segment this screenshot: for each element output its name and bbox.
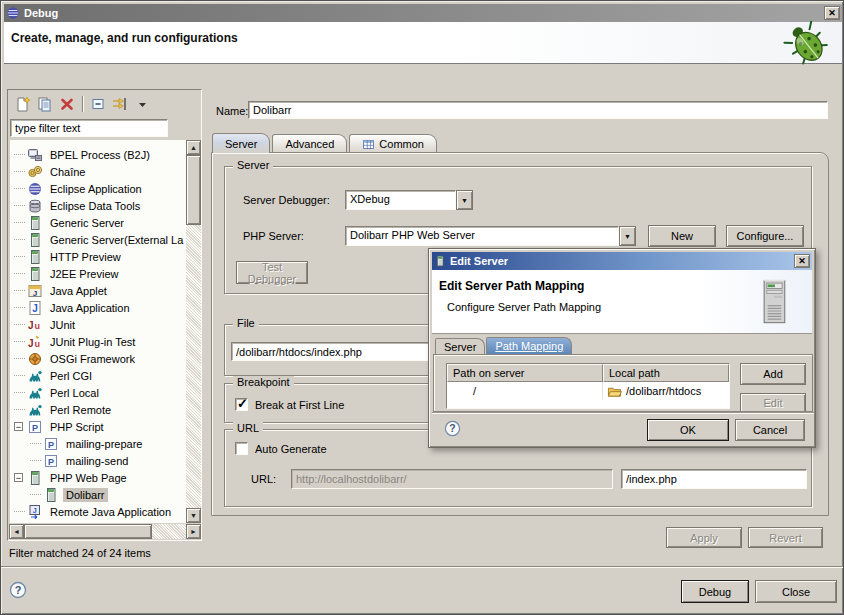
dialog-help-icon[interactable]: ? <box>444 420 462 438</box>
tree-item-junit-plug-in-test[interactable]: JuJUnit Plug-in Test <box>10 333 186 350</box>
tree-vscrollbar[interactable]: ▲ ▼ <box>186 140 201 523</box>
col-path-on-server[interactable]: Path on server <box>447 364 603 382</box>
tree-item-mailing-prepare[interactable]: Pmailing-prepare <box>10 435 186 452</box>
dialog-titlebar[interactable]: Edit Server ✕ <box>432 252 812 270</box>
tree-item-label: Remote Java Application <box>47 505 174 519</box>
dialog-tab-server[interactable]: Server <box>435 338 485 354</box>
break-first-line-checkbox[interactable] <box>235 398 248 411</box>
url-path-input[interactable] <box>621 469 807 489</box>
tree-item-php-web-page[interactable]: −PHP Web Page <box>10 469 186 486</box>
tree-item-java-application[interactable]: JJava Application <box>10 299 186 316</box>
dialog-tab-path-mapping[interactable]: Path Mapping <box>486 337 572 354</box>
path-mapping-row[interactable]: //dolibarr/htdocs <box>447 382 729 400</box>
server-group-label: Server <box>233 159 273 171</box>
scroll-left-icon[interactable]: ◄ <box>9 524 24 539</box>
tab-advanced[interactable]: Advanced <box>272 134 347 153</box>
tree-item-generic-server[interactable]: Generic Server <box>10 214 186 231</box>
revert-button: Revert <box>748 527 823 548</box>
scroll-right-icon[interactable]: ► <box>186 524 201 539</box>
name-input[interactable] <box>248 101 828 119</box>
dropdown-button[interactable] <box>133 95 151 113</box>
server-icon <box>27 470 43 486</box>
tab-label: Server <box>444 341 476 353</box>
close-button[interactable]: Close <box>755 580 837 603</box>
filter-input[interactable] <box>10 119 168 137</box>
collapse-toggle-icon[interactable]: − <box>14 422 23 431</box>
junit-plugin-icon: Ju <box>27 334 43 350</box>
collapse-toggle-icon[interactable]: − <box>14 473 23 482</box>
tree-item-perl-remote[interactable]: Perl Remote <box>10 401 186 418</box>
tree-connector <box>14 302 25 313</box>
tree-item-eclipse-application[interactable]: Eclipse Application <box>10 180 186 197</box>
folder-icon <box>607 385 622 398</box>
new-config-icon <box>15 96 31 112</box>
table-header: Path on server Local path <box>447 364 729 382</box>
svg-text:P: P <box>48 456 54 466</box>
hscroll-thumb[interactable] <box>24 524 152 539</box>
break-first-line-label: Break at First Line <box>255 399 344 411</box>
tree-item-j2ee-preview[interactable]: J2EE Preview <box>10 265 186 282</box>
php-script-icon: P <box>27 419 43 435</box>
tree-item-mailing-send[interactable]: Pmailing-send <box>10 452 186 469</box>
tree-item-label: Java Application <box>47 301 133 315</box>
auto-generate-checkbox[interactable] <box>235 442 248 455</box>
debug-button[interactable]: Debug <box>681 580 749 603</box>
new-config-button[interactable] <box>14 95 32 113</box>
collapse-all-button[interactable] <box>89 95 107 113</box>
breakpoint-group-label: Breakpoint <box>233 376 294 388</box>
window-titlebar[interactable]: Debug ✕ <box>4 4 842 22</box>
page-title: Create, manage, and run configurations <box>11 31 238 45</box>
tree-connector <box>14 268 25 279</box>
tree-item-http-preview[interactable]: HTTP Preview <box>10 248 186 265</box>
delete-button[interactable] <box>58 95 76 113</box>
svg-text:u: u <box>35 321 41 331</box>
vscroll-thumb[interactable] <box>186 155 201 225</box>
server-icon <box>43 487 59 503</box>
ok-button[interactable]: OK <box>647 419 729 441</box>
help-icon[interactable]: ? <box>9 581 27 599</box>
tab-common[interactable]: Common <box>349 134 437 153</box>
tree-item-osgi-framework[interactable]: OSGi Framework <box>10 350 186 367</box>
filter-button[interactable] <box>111 95 129 113</box>
tree-connector <box>30 438 41 449</box>
path-on-server-cell: / <box>447 382 603 400</box>
tree-item-java-applet[interactable]: JJava Applet <box>10 282 186 299</box>
tree-connector <box>14 285 25 296</box>
tree-item-generic-server-external-la[interactable]: Generic Server(External La <box>10 231 186 248</box>
new-server-button[interactable]: New <box>648 225 716 247</box>
svg-text:J: J <box>28 320 34 331</box>
tree-item-junit[interactable]: JuJUnit <box>10 316 186 333</box>
tree-item-perl-cgi[interactable]: Perl CGI <box>10 367 186 384</box>
scroll-down-icon[interactable]: ▼ <box>186 508 201 523</box>
tree-item-bpel-process-b2j[interactable]: BPEL Process (B2J) <box>10 146 186 163</box>
tree-item-label: HTTP Preview <box>47 250 124 264</box>
scroll-up-icon[interactable]: ▲ <box>186 140 201 155</box>
dialog-footer: ? OK Cancel <box>432 412 814 445</box>
server-debugger-select[interactable]: XDebug ▼ <box>345 190 473 210</box>
tree-hscrollbar[interactable]: ◄ ► <box>9 524 201 539</box>
add-mapping-button[interactable]: Add <box>740 363 806 385</box>
tree-item-perl-local[interactable]: Perl Local <box>10 384 186 401</box>
tree-item-cha-ne[interactable]: Chaîne <box>10 163 186 180</box>
dialog-tabs: ServerPath Mapping <box>435 337 573 354</box>
path-mapping-table: Path on server Local path //dolibarr/htd… <box>446 363 730 409</box>
window-close-button[interactable]: ✕ <box>824 6 840 20</box>
tab-server[interactable]: Server <box>212 133 270 153</box>
database-icon <box>27 198 43 214</box>
tab-label: Path Mapping <box>495 340 563 352</box>
tree-item-remote-java-application[interactable]: JRemote Java Application <box>10 503 186 520</box>
php-server-select[interactable]: Dolibarr PHP Web Server ▼ <box>345 226 636 246</box>
duplicate-button[interactable] <box>36 95 54 113</box>
tree-connector <box>14 319 25 330</box>
chevron-down-icon[interactable]: ▼ <box>619 226 636 246</box>
col-local-path[interactable]: Local path <box>603 364 729 382</box>
url-group-label: URL <box>233 422 263 434</box>
dialog-close-button[interactable]: ✕ <box>794 254 810 268</box>
tree-item-eclipse-data-tools[interactable]: Eclipse Data Tools <box>10 197 186 214</box>
eclipse-app-icon <box>27 181 43 197</box>
configure-server-button[interactable]: Configure... <box>726 225 804 247</box>
cancel-button[interactable]: Cancel <box>735 419 805 441</box>
tree-item-dolibarr[interactable]: Dolibarr <box>10 486 186 503</box>
tree-item-php-script[interactable]: −PPHP Script <box>10 418 186 435</box>
chevron-down-icon[interactable]: ▼ <box>456 190 473 210</box>
